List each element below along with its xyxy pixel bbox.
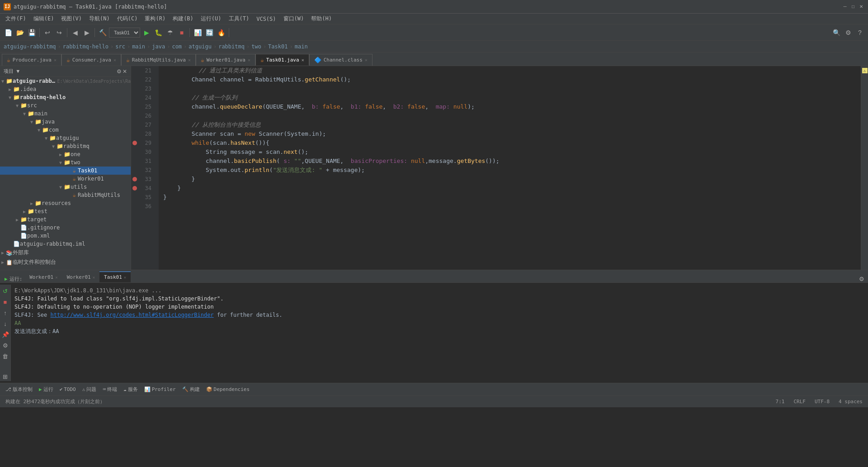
tree-item-pomxml[interactable]: 📄 pom.xml bbox=[0, 232, 131, 240]
toolbar-run[interactable]: ▶ bbox=[141, 27, 152, 38]
cursor-position[interactable]: 7:1 bbox=[774, 399, 787, 405]
console-scroll-down-button[interactable]: ↓ bbox=[1, 319, 10, 328]
bottom-tab-worker01-1-close[interactable]: ✕ bbox=[55, 275, 57, 280]
toolbar-undo[interactable]: ↩ bbox=[42, 27, 53, 38]
close-button[interactable]: ✕ bbox=[858, 4, 864, 10]
breadcrumb-two[interactable]: two bbox=[251, 43, 261, 50]
menu-edit[interactable]: 编辑(E) bbox=[30, 14, 58, 24]
console-pin-button[interactable]: 📌 bbox=[1, 330, 10, 339]
breadcrumb-src[interactable]: src bbox=[115, 43, 125, 50]
breadcrumb-java[interactable]: java bbox=[152, 43, 165, 50]
bp-29[interactable] bbox=[131, 138, 138, 148]
tree-item-resources[interactable]: ▶ 📁 resources bbox=[0, 199, 131, 207]
menu-run[interactable]: 运行(U) bbox=[197, 14, 225, 24]
window-controls[interactable]: ─ □ ✕ bbox=[842, 4, 864, 10]
bottom-tab-worker01-2[interactable]: Worker01 ✕ bbox=[62, 272, 99, 282]
toolbar-services[interactable]: ☁ 服务 bbox=[121, 385, 141, 394]
tree-item-rabbitmq-hello[interactable]: ▼ 📁 rabbitmq-hello bbox=[0, 93, 131, 101]
bottom-tab-worker01-2-close[interactable]: ✕ bbox=[93, 275, 95, 280]
breadcrumb-atguigu[interactable]: atguigu bbox=[189, 43, 212, 50]
tree-item-external-libs[interactable]: ▶ 📚 外部库 bbox=[0, 248, 131, 257]
tree-item-worker01[interactable]: ☕ Worker01 bbox=[0, 175, 131, 183]
bp-34[interactable] bbox=[131, 184, 138, 193]
menu-refactor[interactable]: 重构(R) bbox=[141, 14, 169, 24]
maximize-button[interactable]: □ bbox=[850, 4, 856, 10]
indent-setting[interactable]: 4 spaces bbox=[837, 399, 864, 405]
toolbar-new-file[interactable]: 📄 bbox=[3, 27, 14, 38]
bottom-tab-task01[interactable]: Task01 ✕ bbox=[99, 272, 131, 282]
tab-task01-close[interactable]: ✕ bbox=[302, 57, 304, 62]
bottom-settings-button[interactable]: ⚙ bbox=[859, 276, 864, 282]
toolbar-debug[interactable]: 🐛 bbox=[153, 27, 164, 38]
tab-channel-close[interactable]: ✕ bbox=[365, 57, 368, 62]
toolbar-profiler[interactable]: 📊 Profiler bbox=[142, 386, 179, 393]
breadcrumb-module[interactable]: rabbitmq-hello bbox=[63, 43, 108, 50]
toolbar-dependencies[interactable]: 📦 Dependencies bbox=[203, 386, 252, 393]
toolbar-search[interactable]: 🔍 bbox=[831, 27, 842, 38]
menu-view[interactable]: 视图(V) bbox=[57, 14, 85, 24]
toolbar-settings[interactable]: ⚙ bbox=[843, 27, 854, 38]
console-layout-button[interactable]: ⊞ bbox=[1, 372, 10, 381]
toolbar-problems[interactable]: ⚠ 问题 bbox=[80, 385, 99, 394]
run-config-dropdown[interactable]: Task01 bbox=[109, 28, 140, 38]
tab-rabbitmqutils-close[interactable]: ✕ bbox=[188, 57, 191, 62]
tree-item-iml[interactable]: 📄 atguigu-rabbitmq.iml bbox=[0, 240, 131, 248]
tree-item-java[interactable]: ▼ 📁 java bbox=[0, 118, 131, 126]
toolbar-terminal[interactable]: ⌨ 终端 bbox=[100, 385, 120, 394]
console-rerun-button[interactable]: ↺ bbox=[1, 286, 10, 295]
tree-item-one[interactable]: ▶ 📁 one bbox=[0, 150, 131, 158]
tab-producer[interactable]: ☕ Producer.java ✕ bbox=[2, 54, 61, 66]
tree-item-scratches[interactable]: ▶ 📋 临时文件和控制台 bbox=[0, 257, 131, 267]
toolbar-version-control[interactable]: ⎇ 版本控制 bbox=[3, 385, 35, 394]
tree-item-atguigu[interactable]: ▼ 📁 atguigu bbox=[0, 134, 131, 142]
tab-rabbitmqutils[interactable]: ☕ RabbitMqUtils.java ✕ bbox=[121, 54, 196, 66]
tab-worker01-close[interactable]: ✕ bbox=[248, 57, 250, 62]
toolbar-back[interactable]: ◀ bbox=[70, 27, 80, 38]
menu-vcs[interactable]: VCS(S) bbox=[253, 15, 279, 23]
bp-33[interactable] bbox=[131, 175, 138, 184]
toolbar-forward[interactable]: ▶ bbox=[81, 27, 92, 38]
tab-worker01[interactable]: ☕ Worker01.java ✕ bbox=[196, 54, 255, 66]
menu-tools[interactable]: 工具(T) bbox=[225, 14, 253, 24]
tree-item-root[interactable]: ▼ 📁 atguigu-rabbitmq E:\WorkData\IdeaPro… bbox=[0, 77, 131, 85]
menu-code[interactable]: 代码(C) bbox=[113, 14, 142, 24]
menu-window[interactable]: 窗口(W) bbox=[280, 14, 308, 24]
tree-item-target[interactable]: ▶ 📁 target bbox=[0, 215, 131, 224]
tab-channel-class[interactable]: 🔷 Channel.class ✕ bbox=[309, 54, 373, 66]
tree-item-com[interactable]: ▼ 📁 com bbox=[0, 126, 131, 134]
toolbar-reload[interactable]: 🔄 bbox=[204, 27, 215, 38]
warning-indicator[interactable]: ⚠ bbox=[862, 68, 868, 73]
toolbar-open[interactable]: 📂 bbox=[14, 27, 25, 38]
tab-producer-close[interactable]: ✕ bbox=[54, 57, 57, 62]
code-text-area[interactable]: // 通过工具类来到信道 Channel channel = RabbitMqU… bbox=[159, 66, 861, 270]
menu-build[interactable]: 构建(B) bbox=[169, 14, 197, 24]
breadcrumb-project[interactable]: atguigu-rabbitmq bbox=[4, 43, 56, 50]
toolbar-stop[interactable]: ■ bbox=[176, 27, 187, 38]
tree-item-task01[interactable]: ☕ Task01 bbox=[0, 167, 131, 175]
bottom-tab-worker01-1[interactable]: Worker01 ✕ bbox=[25, 272, 62, 282]
tree-item-src[interactable]: ▼ 📁 src bbox=[0, 101, 131, 110]
sidebar-close-button[interactable]: ✕ bbox=[123, 68, 127, 75]
toolbar-build[interactable]: 🔨 bbox=[97, 27, 108, 38]
tab-task01[interactable]: ☕ Task01.java ✕ bbox=[255, 54, 309, 66]
toolbar-profile[interactable]: 📊 bbox=[192, 27, 203, 38]
tree-item-rabbitmq[interactable]: ▼ 📁 rabbitmq bbox=[0, 142, 131, 150]
toolbar-help[interactable]: ? bbox=[854, 27, 865, 38]
breadcrumb-main[interactable]: main bbox=[132, 43, 145, 50]
breadcrumb-com[interactable]: com bbox=[172, 43, 182, 50]
menu-help[interactable]: 帮助(H) bbox=[307, 14, 335, 24]
breadcrumb-rabbitmq[interactable]: rabbitmq bbox=[218, 43, 245, 50]
tree-item-rabbitmqutils[interactable]: ☕ RabbitMqUtils bbox=[0, 191, 131, 199]
tab-consumer[interactable]: ☕ Consumer.java ✕ bbox=[61, 54, 121, 66]
console-link[interactable]: http://www.slf4j.org/codes.html#StaticLo… bbox=[50, 312, 213, 318]
console-stop-button[interactable]: ■ bbox=[1, 297, 10, 306]
breadcrumb-method[interactable]: main bbox=[295, 43, 308, 50]
console-settings-button[interactable]: ⚙ bbox=[1, 341, 10, 350]
toolbar-hotswap[interactable]: 🔥 bbox=[216, 27, 226, 38]
toolbar-todo[interactable]: ✔ TODO bbox=[57, 386, 79, 393]
toolbar-run-tab[interactable]: ▶ 运行 bbox=[36, 385, 56, 394]
tree-item-main[interactable]: ▼ 📁 main bbox=[0, 110, 131, 118]
console-scroll-up-button[interactable]: ↑ bbox=[1, 308, 10, 317]
encoding[interactable]: UTF-8 bbox=[813, 399, 831, 405]
line-ending[interactable]: CRLF bbox=[792, 399, 807, 405]
